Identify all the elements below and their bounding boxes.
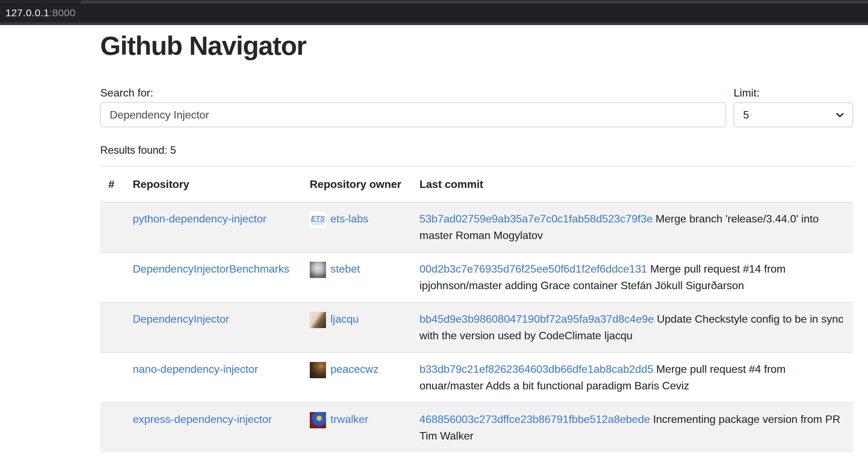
limit-select[interactable]: 5 [734,102,853,127]
last-commit-cell: 53b7ad02759e9ab35a7e7c0c1fab58d523c79f3e… [411,202,853,252]
browser-chrome: 127.0.0.1:8000 [0,0,868,25]
last-commit-cell: 00d2b3c7e76935d76f25ee50f6d1f2ef6ddce131… [411,252,853,302]
header-owner: Repository owner [302,166,411,202]
chrome-bottom-divider [0,22,868,25]
owner-avatar [310,312,326,328]
ets-logo-text: ETS [311,215,325,222]
page-title: Github Navigator [100,33,853,59]
row-index-cell [100,352,125,403]
owner-link[interactable]: trwalker [330,413,368,425]
url-port: :8000 [49,7,76,18]
page-container: Github Navigator Search for: Limit: 5 [100,33,853,452]
search-input[interactable] [100,102,726,127]
limit-field-group: Limit: 5 [734,85,853,127]
table-row: python-dependency-injector ETSets-labs 5… [100,202,853,252]
url-host: 127.0.0.1 [5,7,49,18]
owner-avatar [310,262,326,278]
owner-link[interactable]: peacecwz [330,363,378,375]
commit-hash-link[interactable]: 468856003c273dffce23b86791fbbe512a8ebede [419,413,650,425]
limit-label: Limit: [734,85,853,101]
commit-hash-link[interactable]: 00d2b3c7e76935d76f25ee50f6d1f2ef6ddce131 [419,263,647,275]
search-field-group: Search for: [100,85,726,127]
row-index-cell [100,252,125,302]
owner-avatar: ETS [310,212,326,228]
header-repository: Repository [125,166,302,202]
header-num: # [100,166,125,202]
repo-link[interactable]: python-dependency-injector [133,213,266,225]
repo-link[interactable]: express-dependency-injector [133,413,272,425]
table-header-row: # Repository Repository owner Last commi… [100,166,853,202]
last-commit-cell: bb45d9e3b98608047190bf72a95fa9a37d8c4e9e… [411,302,853,352]
row-index-cell [100,403,125,452]
results-summary: Results found: 5 [100,142,853,158]
commit-hash-link[interactable]: b33db79c21ef8262364603db66dfe1ab8cab2dd5 [419,363,653,375]
table-row: express-dependency-injector trwalker 468… [100,403,853,452]
owner-avatar [310,412,326,428]
commit-hash-link[interactable]: bb45d9e3b98608047190bf72a95fa9a37d8c4e9e [419,313,654,325]
repo-link[interactable]: DependencyInjectorBenchmarks [133,263,289,275]
owner-link[interactable]: ljacqu [330,313,359,325]
header-last-commit: Last commit [411,166,853,202]
row-index-cell [100,202,125,252]
search-form: Search for: Limit: 5 [100,85,853,127]
browser-window: 127.0.0.1:8000 Github Navigator Search f… [0,0,868,472]
address-bar[interactable]: 127.0.0.1:8000 [0,3,868,22]
url-text: 127.0.0.1:8000 [0,7,75,19]
last-commit-cell: b33db79c21ef8262364603db66dfe1ab8cab2dd5… [411,352,853,403]
tab-strip [0,0,868,3]
commit-hash-link[interactable]: 53b7ad02759e9ab35a7e7c0c1fab58d523c79f3e [419,213,653,225]
table-row: DependencyInjector ljacqu bb45d9e3b98608… [100,302,853,352]
active-tab-edge[interactable] [80,1,868,3]
table-row: nano-dependency-injector peacecwz b33db7… [100,352,853,403]
repo-link[interactable]: DependencyInjector [133,313,229,325]
owner-avatar [310,362,326,378]
results-table: # Repository Repository owner Last commi… [100,166,853,452]
owner-link[interactable]: ets-labs [330,213,368,225]
repo-link[interactable]: nano-dependency-injector [133,363,258,375]
owner-link[interactable]: stebet [330,263,360,275]
search-label: Search for: [100,85,726,101]
table-row: DependencyInjectorBenchmarks stebet 00d2… [100,252,853,302]
last-commit-cell: 468856003c273dffce23b86791fbbe512a8ebede… [411,403,853,452]
row-index-cell [100,302,125,352]
